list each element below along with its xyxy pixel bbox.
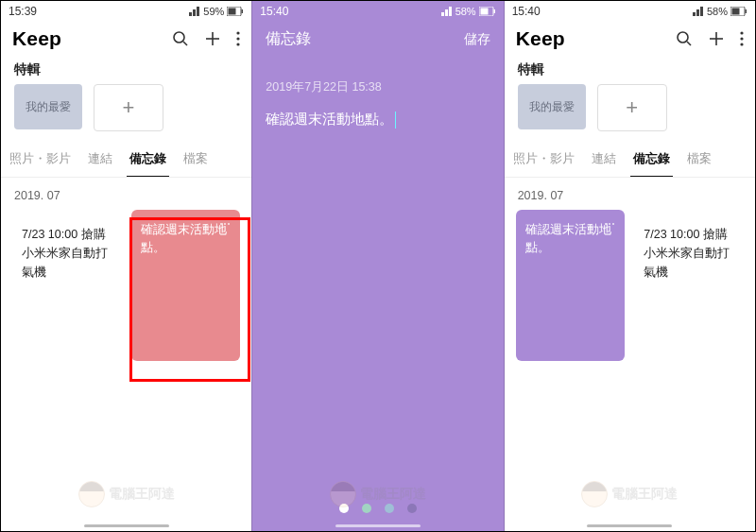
search-icon[interactable] [676, 30, 693, 47]
status-battery: 58% [455, 6, 476, 17]
memo-grid: ⋯ 確認週末活動地點。 7/23 10:00 搶購小米米家自動打氣機 [505, 210, 755, 361]
tab-links[interactable]: 連結 [79, 150, 121, 177]
home-indicator[interactable] [84, 524, 169, 527]
status-right: 59% [189, 6, 244, 17]
memo-grid: 7/23 10:00 搶購小米米家自動打氣機 ⋯ 確認週末活動地點。 [1, 210, 251, 361]
svg-line-17 [687, 42, 691, 45]
svg-rect-14 [731, 9, 739, 15]
tab-photos[interactable]: 照片・影片 [1, 150, 79, 177]
svg-rect-2 [242, 9, 244, 13]
page-dot-4[interactable] [407, 504, 417, 513]
editor-body[interactable]: 確認週末活動地點。 [252, 105, 503, 134]
svg-point-7 [237, 31, 240, 34]
text-note-card[interactable]: 7/23 10:00 搶購小米米家自動打氣機 [634, 210, 744, 361]
svg-rect-12 [493, 9, 495, 13]
watermark: 電腦王阿達 [505, 481, 755, 507]
memo-card[interactable]: ⋯ 確認週末活動地點。 [516, 210, 626, 361]
svg-rect-1 [229, 9, 236, 15]
svg-point-22 [740, 43, 743, 45]
editor-timestamp: 2019年7月22日 15:38 [252, 57, 503, 105]
page-dot-3[interactable] [385, 504, 394, 513]
memo-more-icon[interactable]: ⋯ [219, 215, 232, 232]
tab-memos[interactable]: 備忘錄 [121, 150, 175, 177]
tabs: 照片・影片 連結 備忘錄 檔案 [505, 137, 755, 178]
add-icon[interactable] [708, 30, 725, 47]
status-right: 58% [693, 6, 747, 17]
svg-rect-15 [745, 9, 747, 13]
text-note-content: 7/23 10:00 搶購小米米家自動打氣機 [22, 228, 108, 279]
svg-point-3 [174, 32, 184, 43]
svg-point-9 [237, 43, 240, 45]
phone-1: 15:39 59% Keep 特輯 我的最愛 + 照片・影片 連結 備忘錄 檔 [1, 1, 251, 532]
home-indicator[interactable] [335, 524, 421, 527]
chip-favorites[interactable]: 我的最愛 [518, 84, 586, 129]
page-dot-2[interactable] [362, 504, 371, 513]
memo-more-icon[interactable]: ⋯ [604, 215, 617, 232]
tab-links[interactable]: 連結 [583, 150, 625, 177]
search-icon[interactable] [172, 30, 189, 47]
status-bar: 15:40 58% [505, 1, 755, 22]
status-time: 15:40 [512, 5, 541, 18]
collection-chips: 我的最愛 + [505, 84, 755, 137]
status-time: 15:40 [260, 5, 288, 18]
svg-point-20 [740, 31, 743, 34]
svg-rect-11 [480, 9, 488, 15]
tabs: 照片・影片 連結 備忘錄 檔案 [1, 137, 251, 178]
section-label: 特輯 [1, 54, 251, 84]
color-page-dots[interactable] [252, 504, 503, 513]
editor-title: 備忘錄 [266, 29, 311, 49]
memo-card-content: 確認週末活動地點。 [141, 223, 227, 254]
tab-memos[interactable]: 備忘錄 [625, 150, 679, 177]
svg-line-4 [183, 42, 187, 45]
status-right: 58% [441, 6, 496, 17]
chip-add[interactable]: + [597, 84, 667, 131]
status-time: 15:39 [9, 5, 37, 18]
add-icon[interactable] [204, 30, 221, 47]
home-indicator[interactable] [587, 524, 672, 527]
tab-files[interactable]: 檔案 [679, 150, 720, 177]
more-icon[interactable] [236, 30, 240, 47]
section-label: 特輯 [505, 54, 755, 84]
editor-header: 備忘錄 儲存 [252, 22, 503, 57]
status-battery: 58% [707, 6, 728, 17]
svg-point-8 [237, 37, 240, 40]
svg-point-16 [678, 32, 688, 43]
collection-chips: 我的最愛 + [1, 84, 251, 137]
chip-favorites[interactable]: 我的最愛 [14, 84, 82, 129]
app-title: Keep [12, 27, 61, 50]
page-dot-1[interactable] [339, 504, 349, 513]
phone-3: 15:40 58% Keep 特輯 我的最愛 + 照片・影片 連結 備忘錄 檔 [505, 1, 755, 532]
tab-files[interactable]: 檔案 [175, 150, 216, 177]
screenshot-collage: 15:39 59% Keep 特輯 我的最愛 + 照片・影片 連結 備忘錄 檔 [0, 0, 756, 532]
text-caret [395, 112, 396, 129]
editor-text: 確認週末活動地點。 [266, 111, 393, 129]
more-icon[interactable] [740, 30, 744, 47]
watermark: 電腦王阿達 [1, 481, 251, 507]
svg-point-21 [740, 37, 743, 40]
date-separator: 2019. 07 [1, 178, 251, 210]
app-header: Keep [505, 22, 755, 54]
date-separator: 2019. 07 [505, 178, 755, 210]
status-bar: 15:40 58% [252, 1, 503, 22]
text-note-card[interactable]: 7/23 10:00 搶購小米米家自動打氣機 [12, 210, 122, 361]
app-title: Keep [516, 27, 565, 50]
chip-add[interactable]: + [94, 84, 163, 131]
text-note-content: 7/23 10:00 搶購小米米家自動打氣機 [644, 228, 730, 279]
memo-card[interactable]: ⋯ 確認週末活動地點。 [131, 210, 241, 361]
memo-card-content: 確認週末活動地點。 [525, 223, 611, 254]
status-bar: 15:39 59% [1, 1, 251, 22]
status-battery: 59% [203, 6, 224, 17]
tab-photos[interactable]: 照片・影片 [505, 150, 583, 177]
phone-2: 15:40 58% 備忘錄 儲存 2019年7月22日 15:38 確認週末活動… [251, 1, 504, 532]
save-button[interactable]: 儲存 [464, 31, 490, 48]
app-header: Keep [1, 22, 251, 54]
